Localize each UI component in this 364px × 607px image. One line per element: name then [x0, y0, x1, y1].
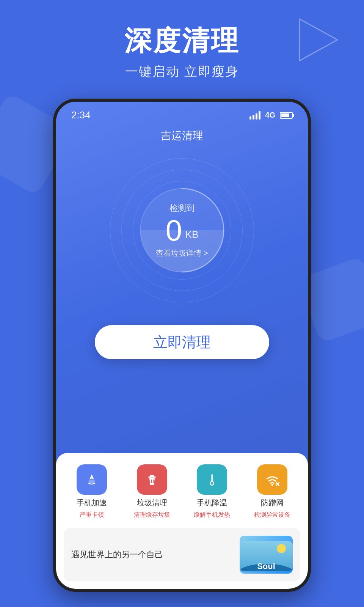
ad-text: 遇见世界上的另一个自己 [71, 549, 234, 560]
gauge-center: 检测到 0 KB 查看垃圾详情 > [156, 203, 208, 258]
ad-banner[interactable]: 遇见世界上的另一个自己 Soul [64, 528, 300, 581]
gauge-value: 0 [166, 215, 182, 245]
battery-icon [280, 112, 293, 119]
header-title: 深度清理 [0, 23, 364, 59]
ad-image-label: Soul [257, 561, 275, 571]
feature-name-accelerate: 手机加速 [77, 498, 107, 508]
feature-icon-accelerate [77, 464, 107, 495]
feature-name-cool: 手机降温 [197, 498, 227, 508]
feature-desc-cool: 缓解手机发热 [194, 511, 230, 519]
feature-item-clean[interactable]: 垃圾清理 清理缓存垃圾 [124, 464, 180, 519]
status-time: 2:34 [71, 109, 91, 121]
feature-icon-cool [197, 464, 227, 495]
status-bar: 2:34 4G [56, 102, 308, 125]
feature-desc-wifi: 检测异常设备 [254, 511, 290, 519]
feature-name-wifi: 防蹭网 [261, 498, 284, 508]
feature-section: 手机加速 严重卡顿 垃圾清理 清理缓存垃圾 [56, 453, 308, 589]
svg-point-17 [277, 544, 286, 553]
phone-inner: 2:34 4G 吉运清理 [56, 102, 308, 589]
app-title: 吉运清理 [56, 125, 308, 151]
gauge-outer: 检测到 0 KB 查看垃圾详情 > [110, 158, 254, 302]
feature-name-clean: 垃圾清理 [137, 498, 167, 508]
feature-desc-accelerate: 严重卡顿 [80, 511, 104, 519]
svg-rect-5 [148, 476, 156, 478]
svg-rect-6 [151, 480, 152, 483]
header: 深度清理 一键启动 立即瘦身 [0, 23, 364, 80]
svg-point-12 [271, 484, 273, 486]
feature-grid: 手机加速 严重卡顿 垃圾清理 清理缓存垃圾 [64, 464, 300, 519]
svg-rect-7 [153, 480, 154, 483]
status-icons: 4G [249, 111, 293, 120]
feature-item-accelerate[interactable]: 手机加速 严重卡顿 [64, 464, 120, 519]
clean-btn-area: 立即清理 [56, 325, 308, 359]
header-subtitle: 一键启动 立即瘦身 [0, 63, 364, 80]
clean-button[interactable]: 立即清理 [95, 325, 269, 359]
gauge-label: 检测到 [156, 203, 208, 214]
gauge-value-row: 0 KB [156, 215, 208, 245]
feature-icon-clean [137, 464, 167, 495]
svg-point-10 [211, 482, 213, 485]
phone-mockup: 2:34 4G 吉运清理 [53, 99, 311, 592]
signal-icon [249, 111, 260, 120]
gauge-area: 检测到 0 KB 查看垃圾详情 > [56, 158, 308, 302]
ad-image: Soul [240, 536, 293, 574]
gauge-detail[interactable]: 查看垃圾详情 > [156, 248, 208, 258]
network-type: 4G [265, 111, 275, 120]
feature-item-cool[interactable]: 手机降温 缓解手机发热 [184, 464, 240, 519]
feature-item-wifi[interactable]: 防蹭网 检测异常设备 [244, 464, 301, 519]
feature-desc-clean: 清理缓存垃圾 [134, 511, 170, 519]
feature-icon-wifi [257, 464, 287, 495]
gauge-unit: KB [185, 229, 199, 240]
